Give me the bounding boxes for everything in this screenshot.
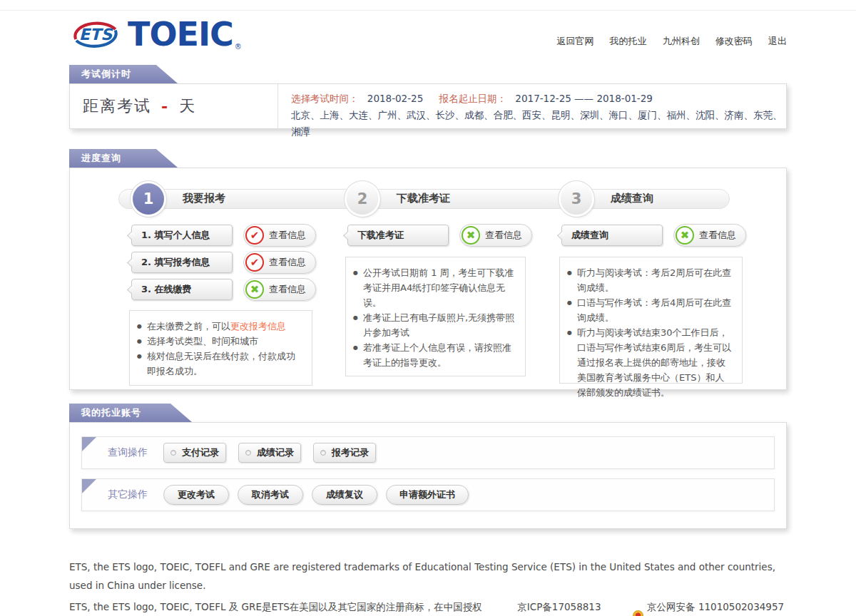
step-number: 1 <box>143 190 154 207</box>
step-circle-1: 1 <box>133 183 164 215</box>
view-exam-info-button[interactable]: ✔ 查看信息 <box>243 251 316 274</box>
step-circle-2: 2 <box>347 183 378 215</box>
fill-personal-info-button[interactable]: 1. 填写个人信息 <box>131 225 233 246</box>
note-item: 公开考试日期前 1 周，考生可下载准考证并用A4纸打印签字确认信息无误。 <box>353 265 516 310</box>
note-item: 选择考试类型、时间和城市 <box>137 334 303 349</box>
view-info-label: 查看信息 <box>269 283 306 296</box>
bullet-ring-icon <box>245 450 251 456</box>
section-title-progress: 进度查询 <box>69 149 178 168</box>
download-admission-ticket-button[interactable]: 下载准考证 <box>347 225 449 246</box>
fill-exam-info-button[interactable]: 2. 填写报考信息 <box>131 252 233 273</box>
section-title-account: 我的托业账号 <box>69 404 192 422</box>
police-record-link[interactable]: 京公网安备 11010502034957号 <box>647 597 787 616</box>
top-navigation: 返回官网 我的托业 九州科创 修改密码 退出 <box>544 35 787 48</box>
payment-records-button[interactable]: 支付记录 <box>163 443 226 463</box>
cross-icon: ✖ <box>676 226 694 245</box>
exam-time-label: 选择考试时间： <box>291 93 359 104</box>
countdown-prefix: 距离考试 <box>83 96 151 117</box>
step-label-score: 成绩查询 <box>611 192 653 205</box>
step-number: 3 <box>571 190 582 207</box>
view-info-label: 查看信息 <box>485 229 522 242</box>
view-personal-info-button[interactable]: ✔ 查看信息 <box>243 224 316 247</box>
icp-record-link[interactable]: 京ICP备17058813号-1 <box>517 597 615 616</box>
step-circle-3: 3 <box>561 183 592 215</box>
trademark-text-cn-row: ETS, the ETS logo, TOEIC, TOEFL 及 GRE是ET… <box>69 597 787 616</box>
note-item: 若准考证上个人信息有误，请按照准考证上的指导更改。 <box>353 340 516 370</box>
corner-triangle-icon <box>82 437 96 451</box>
brand-wordmark: TOEIC <box>128 18 233 51</box>
exam-time-value: 2018-02-25 <box>367 93 423 104</box>
view-payment-button[interactable]: ✖ 查看信息 <box>243 278 316 301</box>
view-info-label: 查看信息 <box>269 256 306 269</box>
section-title-countdown: 考试倒计时 <box>69 65 178 83</box>
trademark-text-cn: ETS, the ETS logo, TOEIC, TOEFL 及 GRE是ET… <box>69 597 490 616</box>
view-score-button[interactable]: ✖ 查看信息 <box>673 224 746 247</box>
exam-cities: 北京、上海、大连、广州、武汉、长沙、成都、合肥、西安、昆明、深圳、海口、厦门、福… <box>291 107 786 140</box>
other-operations-label: 其它操作 <box>108 488 163 501</box>
bullet-ring-icon <box>320 450 326 456</box>
note-item: 在未缴费之前，可以更改报考信息 <box>137 319 303 334</box>
view-info-label: 查看信息 <box>699 229 736 242</box>
other-operations-row: 其它操作 更改考试 取消考试 成绩复议 申请额外证书 <box>81 478 775 511</box>
svg-text:ETS: ETS <box>79 25 113 43</box>
cancel-exam-button[interactable]: 取消考试 <box>238 485 303 505</box>
corner-triangle-icon <box>82 479 96 493</box>
trademark-text-en: ETS, the ETS logo, TOEIC, TOEFL and GRE … <box>69 558 787 595</box>
note-text: 在未缴费之前，可以 <box>147 321 230 332</box>
check-icon: ✔ <box>245 253 264 272</box>
extra-certificate-button[interactable]: 申请额外证书 <box>386 485 469 505</box>
note-item: 口语与写作考试：考后4周后可在此查询成绩。 <box>567 295 733 325</box>
nav-link-change-password[interactable]: 修改密码 <box>715 36 753 46</box>
button-label: 成绩记录 <box>257 446 294 459</box>
step-number: 2 <box>357 190 368 207</box>
registration-records-button[interactable]: 报考记录 <box>313 443 376 463</box>
note-item: 核对信息无误后在线付款，付款成功即报名成功。 <box>137 349 303 379</box>
view-info-label: 查看信息 <box>269 229 306 242</box>
admission-ticket-notes: 公开考试日期前 1 周，考生可下载准考证并用A4纸打印签字确认信息无误。 准考证… <box>345 257 526 376</box>
button-label: 支付记录 <box>182 446 219 459</box>
button-label: 报考记录 <box>332 446 369 459</box>
score-review-button[interactable]: 成绩复议 <box>312 485 377 505</box>
nav-link-official-site[interactable]: 返回官网 <box>556 36 593 46</box>
ets-oval-icon: ETS <box>71 16 121 52</box>
step-label-admission: 下载准考证 <box>397 192 450 205</box>
exam-dates-row: 选择考试时间： 2018-02-25 报名起止日期： 2017-12-25 ——… <box>291 91 786 107</box>
cross-icon: ✖ <box>462 226 480 245</box>
page-header: ETS TOEIC ® 返回官网 我的托业 九州科创 修改密码 退出 <box>69 11 787 65</box>
countdown-suffix: 天 <box>179 96 196 117</box>
check-icon: ✔ <box>245 226 264 245</box>
nav-link-jiuzhou[interactable]: 九州科创 <box>663 36 700 46</box>
step-label-register: 我要报考 <box>183 192 225 205</box>
register-notes: 在未缴费之前，可以更改报考信息 选择考试类型、时间和城市 核对信息无误后在线付款… <box>129 310 312 386</box>
account-panel: 查询操作 支付记录 成绩记录 报考记录 其它操作 更改考试 取消考试 成绩复议 … <box>69 422 787 529</box>
score-notes: 听力与阅读考试：考后2周后可在此查询成绩。 口语与写作考试：考后4周后可在此查询… <box>559 257 743 384</box>
nav-link-logout[interactable]: 退出 <box>768 36 787 46</box>
reg-period-label: 报名起止日期： <box>439 93 507 104</box>
change-exam-button[interactable]: 更改考试 <box>163 485 229 505</box>
police-badge-icon <box>633 610 643 616</box>
score-records-button[interactable]: 成绩记录 <box>238 443 301 463</box>
registered-mark: ® <box>235 43 242 51</box>
score-query-button[interactable]: 成绩查询 <box>561 225 663 246</box>
note-item: 准考证上已有电子版照片,无须携带照片参加考试 <box>353 310 516 340</box>
cross-icon: ✖ <box>245 280 264 299</box>
countdown-panel: 距离考试 - 天 选择考试时间： 2018-02-25 报名起止日期： 2017… <box>69 83 787 129</box>
progress-panel: 1 我要报考 2 下载准考证 3 成绩查询 1. 填写个人信息 ✔ 查看信息 2… <box>69 168 787 390</box>
note-item: 听力与阅读考试：考后2周后可在此查询成绩。 <box>567 265 733 295</box>
countdown-days: 距离考试 - 天 <box>70 84 278 128</box>
page-footer: ETS, the ETS logo, TOEIC, TOEFL and GRE … <box>69 558 787 616</box>
note-item: 听力与阅读考试结束30个工作日后，口语与写作考试结束6周后，考生可以通过报名表上… <box>567 325 733 400</box>
bullet-ring-icon <box>170 450 176 456</box>
countdown-days-value: - <box>161 98 169 115</box>
toeic-logo: ETS TOEIC ® <box>71 16 242 52</box>
reg-period-value: 2017-12-25 —— 2018-01-29 <box>515 93 653 104</box>
change-exam-info-link[interactable]: 更改报考信息 <box>230 321 286 332</box>
view-admission-ticket-button[interactable]: ✖ 查看信息 <box>459 224 532 247</box>
query-operations-label: 查询操作 <box>108 446 163 459</box>
nav-link-my-toeic[interactable]: 我的托业 <box>610 36 647 46</box>
exam-info: 选择考试时间： 2018-02-25 报名起止日期： 2017-12-25 ——… <box>278 84 786 128</box>
query-operations-row: 查询操作 支付记录 成绩记录 报考记录 <box>81 436 775 469</box>
online-payment-button[interactable]: 3. 在线缴费 <box>131 279 233 300</box>
